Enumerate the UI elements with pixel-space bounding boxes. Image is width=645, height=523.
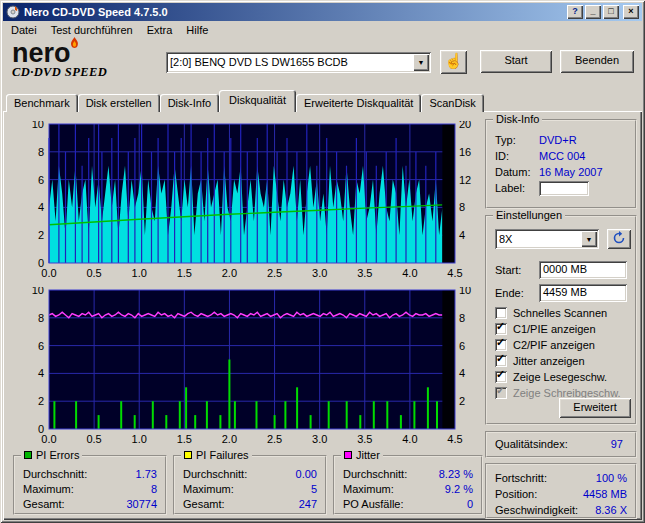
close-button[interactable]: × bbox=[623, 5, 639, 19]
tab-erweiterte-diskqualitaet[interactable]: Erweiterte Diskqualität bbox=[296, 94, 421, 112]
menu-test-durchfuehren[interactable]: Test durchführen bbox=[44, 22, 140, 38]
tab-diskqualitaet[interactable]: Diskqualität bbox=[219, 90, 296, 112]
erweitert-button[interactable]: Erweitert bbox=[559, 398, 631, 418]
svg-text:10: 10 bbox=[32, 287, 44, 296]
svg-text:4.0: 4.0 bbox=[402, 267, 417, 279]
speed-row: Geschwindigkeit: 8.36 X bbox=[487, 502, 635, 518]
dropdown-arrow-icon: ▼ bbox=[418, 59, 425, 66]
menu-extra[interactable]: Extra bbox=[140, 22, 180, 38]
nero-logo: nero CD·DVD SPEED bbox=[12, 40, 162, 80]
svg-text:4: 4 bbox=[459, 367, 465, 379]
pie-total: 30774 bbox=[126, 497, 157, 512]
menu-datei[interactable]: Datei bbox=[4, 22, 44, 38]
pi-failures-legend-square bbox=[184, 451, 192, 459]
tab-scandisk[interactable]: ScanDisk bbox=[421, 94, 483, 112]
drive-select-value: [2:0] BENQ DVD LS DW1655 BCDB bbox=[170, 52, 411, 72]
refresh-icon bbox=[612, 235, 626, 247]
svg-text:4.5: 4.5 bbox=[447, 433, 462, 445]
pif-total: 247 bbox=[299, 497, 317, 512]
menu-hilfe[interactable]: Hilfe bbox=[179, 22, 215, 38]
svg-text:1.5: 1.5 bbox=[177, 267, 192, 279]
svg-text:1.5: 1.5 bbox=[177, 433, 192, 445]
svg-text:1.0: 1.0 bbox=[132, 267, 147, 279]
tab-bar: Benchmark Disk erstellen Disk-Info Diskq… bbox=[6, 90, 484, 112]
speed-select[interactable]: 8X ▼ bbox=[495, 229, 599, 249]
drive-select[interactable]: [2:0] BENQ DVD LS DW1655 BCDB ▼ bbox=[166, 52, 431, 73]
pi-failures-title: PI Failures bbox=[196, 449, 249, 461]
checkbox-jitter-anzeigen[interactable]: ✓ Jitter anzeigen bbox=[487, 353, 635, 369]
beenden-button[interactable]: Beenden bbox=[560, 50, 634, 73]
checkbox-c1-pie-anzeigen[interactable]: ✓ C1/PIE anzeigen bbox=[487, 321, 635, 337]
svg-text:16: 16 bbox=[459, 146, 471, 158]
start-mb-field[interactable]: 0000 MB bbox=[539, 261, 627, 279]
tab-page-diskqualitaet: 0246810481216200.00.51.01.52.02.53.03.54… bbox=[3, 111, 642, 520]
window-title: Nero CD-DVD Speed 4.7.5.0 bbox=[24, 6, 565, 18]
svg-text:10: 10 bbox=[459, 287, 471, 296]
svg-text:8: 8 bbox=[38, 312, 44, 324]
tab-disk-erstellen[interactable]: Disk erstellen bbox=[78, 94, 160, 112]
quality-index-value: 97 bbox=[611, 433, 623, 456]
pif-max: 5 bbox=[311, 482, 317, 497]
flame-icon bbox=[69, 37, 80, 52]
end-mb-field[interactable]: 4459 MB bbox=[539, 284, 627, 302]
progress-value: 100 % bbox=[596, 470, 627, 486]
svg-text:0.0: 0.0 bbox=[41, 433, 56, 445]
progress-row: Fortschritt: 100 % bbox=[487, 470, 635, 486]
pie-speed-chart: 0246810481216200.00.51.01.52.02.53.03.54… bbox=[4, 121, 482, 287]
svg-text:2.0: 2.0 bbox=[222, 433, 237, 445]
tab-disk-info[interactable]: Disk-Info bbox=[160, 94, 219, 112]
checkbox-zeige-lesegeschw[interactable]: ✓ Zeige Lesegeschw. bbox=[487, 369, 635, 385]
checkbox-c2-pif-anzeigen[interactable]: ✓ C2/PIF anzeigen bbox=[487, 337, 635, 353]
maximize-button[interactable]: □ bbox=[603, 5, 619, 19]
svg-text:8: 8 bbox=[38, 146, 44, 158]
check-icon: ✓ bbox=[496, 352, 505, 365]
checkbox-box: ✓ bbox=[495, 371, 507, 383]
nero-logo-text: nero bbox=[12, 40, 162, 66]
check-icon: ✓ bbox=[496, 336, 505, 349]
pi-errors-group: PI Errors Durchschnitt:1.73 Maximum:8 Ge… bbox=[13, 455, 167, 515]
refresh-button[interactable] bbox=[607, 229, 631, 249]
svg-text:2.5: 2.5 bbox=[267, 267, 282, 279]
check-icon: ✓ bbox=[496, 368, 505, 381]
svg-text:6: 6 bbox=[38, 174, 44, 186]
svg-text:2: 2 bbox=[38, 229, 44, 241]
svg-text:4.0: 4.0 bbox=[402, 433, 417, 445]
svg-text:3.5: 3.5 bbox=[357, 267, 372, 279]
svg-text:3.0: 3.0 bbox=[312, 433, 327, 445]
checkbox-schnelles-scannen[interactable]: ✓ Schnelles Scannen bbox=[487, 305, 635, 321]
disk-type-row: Typ: DVD+R bbox=[487, 132, 635, 148]
disk-id-value: MCC 004 bbox=[539, 148, 627, 164]
svg-text:4: 4 bbox=[38, 367, 44, 379]
jitter-avg: 8.23 % bbox=[439, 467, 473, 482]
jitter-legend-square bbox=[344, 451, 352, 459]
tab-benchmark[interactable]: Benchmark bbox=[6, 94, 78, 112]
disk-type-value: DVD+R bbox=[539, 132, 627, 148]
speed-select-value: 8X bbox=[499, 229, 579, 249]
checkbox-box: ✓ bbox=[495, 339, 507, 351]
pi-errors-legend-square bbox=[24, 451, 32, 459]
minimize-button[interactable]: _ bbox=[585, 5, 601, 19]
pie-max: 8 bbox=[151, 482, 157, 497]
po-failures-value: 0 bbox=[467, 497, 473, 512]
svg-text:3.0: 3.0 bbox=[312, 267, 327, 279]
checkbox-box: ✓ bbox=[495, 323, 507, 335]
checkbox-box: ✓ bbox=[495, 355, 507, 367]
svg-text:2: 2 bbox=[38, 395, 44, 407]
jitter-max: 9.2 % bbox=[445, 482, 473, 497]
progress-group: Fortschritt: 100 % Position: 4458 MB Ges… bbox=[485, 463, 637, 519]
speed-value: 8.36 X bbox=[595, 502, 627, 518]
eject-hand-button[interactable]: ☝ bbox=[440, 50, 467, 74]
start-mb-label: Start: bbox=[495, 261, 521, 279]
settings-title: Einstellungen bbox=[493, 209, 565, 221]
disk-info-title: Disk-Info bbox=[493, 113, 542, 125]
check-icon: ✓ bbox=[496, 320, 505, 333]
pif-avg: 0.00 bbox=[296, 467, 317, 482]
jitter-group: Jitter Durchschnitt:8.23 % Maximum:9.2 %… bbox=[333, 455, 483, 515]
title-bar[interactable]: Nero CD-DVD Speed 4.7.5.0 ? _ □ × bbox=[3, 3, 642, 21]
disk-info-group: Disk-Info Typ: DVD+R ID: MCC 004 Datum: … bbox=[485, 119, 637, 209]
start-button[interactable]: Start bbox=[480, 50, 552, 73]
help-button[interactable]: ? bbox=[567, 5, 583, 19]
svg-text:0.5: 0.5 bbox=[86, 433, 101, 445]
svg-text:6: 6 bbox=[459, 340, 465, 352]
svg-text:6: 6 bbox=[38, 340, 44, 352]
